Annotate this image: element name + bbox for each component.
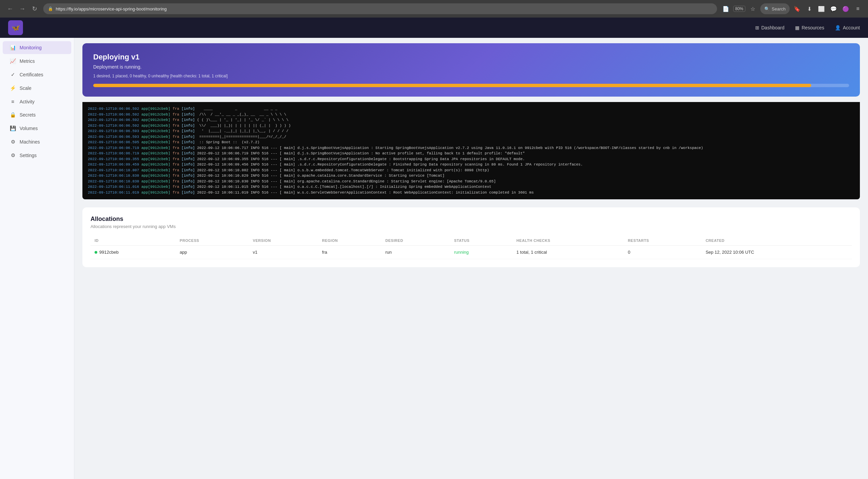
log-console[interactable]: 2022-09-12T10:06:06.592 app[9912cbeb] fr… (82, 102, 860, 199)
status-dot (95, 251, 97, 254)
log-line: 2022-09-12T10:06:10.830 app[9912cbeb] fr… (88, 173, 854, 179)
bookmark-button[interactable]: ☆ (748, 4, 758, 14)
table-row[interactable]: 9912cbebappv1frarunrunning1 total, 1 cri… (91, 246, 852, 259)
allocations-table-header: IDPROCESSVERSIONREGIONDESIREDSTATUSHEALT… (91, 236, 852, 246)
main-content: Deploying v1 Deployment is running. 1 de… (74, 38, 868, 479)
reader-mode-button[interactable]: ⬜ (817, 4, 826, 14)
extensions-button[interactable]: 🟣 (841, 4, 850, 14)
resources-label: Resources (801, 25, 824, 30)
deployment-title: Deploying v1 (93, 53, 849, 61)
table-column-header: DESIRED (381, 236, 450, 246)
sidebar-secrets-label: Secrets (20, 112, 35, 118)
log-line: 2022-09-12T10:06:06.593 app[9912cbeb] fr… (88, 134, 854, 140)
log-line: 2022-09-12T10:06:06.719 app[9912cbeb] fr… (88, 151, 854, 156)
table-column-header: VERSION (249, 236, 318, 246)
sidebar-item-secrets[interactable]: 🔒 Secrets (3, 108, 71, 121)
address-bar[interactable]: 🔒 https://fly.io/apps/microservice-api-s… (43, 3, 717, 14)
allocations-card: Allocations Allocations represent your r… (82, 207, 860, 267)
profile-button[interactable]: 💬 (829, 4, 838, 14)
table-column-header: PROCESS (176, 236, 249, 246)
log-line: 2022-09-12T10:06:06.592 app[9912cbeb] fr… (88, 112, 854, 118)
browser-chrome: ← → ↻ 🔒 https://fly.io/apps/microservice… (0, 0, 868, 18)
app-header: 🦋 ⊞ Dashboard ▦ Resources 👤 Account (0, 18, 868, 38)
sidebar-machines-label: Machines (20, 139, 40, 145)
alloc-created: Sep 12, 2022 10:06 UTC (701, 246, 852, 259)
allocations-table-body: 9912cbebappv1frarunrunning1 total, 1 cri… (91, 246, 852, 259)
table-column-header: HEALTH CHECKS (512, 236, 624, 246)
url-text: https://fly.io/apps/microservice-api-spr… (56, 6, 167, 11)
search-box[interactable]: 🔍 Search (760, 3, 790, 14)
dashboard-icon: ⊞ (755, 25, 759, 30)
sidebar-item-activity[interactable]: ≡ Activity (3, 95, 71, 108)
download-button[interactable]: ⬇ (805, 4, 814, 14)
scale-icon: ⚡ (9, 85, 16, 91)
sidebar-monitoring-label: Monitoring (20, 45, 42, 50)
alloc-version: v1 (249, 246, 318, 259)
pocket-button[interactable]: 🔖 (792, 4, 802, 14)
certificates-icon: ✓ (9, 72, 16, 78)
log-line: 2022-09-12T10:06:06.719 app[9912cbeb] fr… (88, 145, 854, 151)
sidebar: 📊 Monitoring 📈 Metrics ✓ Certificates ⚡ … (0, 38, 74, 479)
alloc-desired: run (381, 246, 450, 259)
log-line: 2022-09-12T10:06:06.595 app[9912cbeb] fr… (88, 140, 854, 145)
browser-actions: 📄 80% ☆ 🔍 Search 🔖 ⬇ ⬜ 💬 🟣 ≡ (721, 3, 863, 14)
sidebar-activity-label: Activity (20, 99, 34, 104)
log-line: 2022-09-12T10:06:09.459 app[9912cbeb] fr… (88, 162, 854, 168)
deployment-card: Deploying v1 Deployment is running. 1 de… (82, 43, 860, 97)
sidebar-item-volumes[interactable]: 💾 Volumes (3, 122, 71, 135)
sidebar-volumes-label: Volumes (20, 126, 38, 131)
reader-view-button[interactable]: 📄 (721, 4, 731, 14)
nav-dashboard[interactable]: ⊞ Dashboard (755, 25, 785, 30)
app-header-nav: ⊞ Dashboard ▦ Resources 👤 Account (755, 25, 860, 30)
alloc-process: app (176, 246, 249, 259)
allocations-description: Allocations represent your running app V… (91, 224, 852, 229)
deployment-progress-fill (93, 84, 811, 87)
sidebar-certificates-label: Certificates (20, 72, 43, 77)
sidebar-scale-label: Scale (20, 85, 31, 91)
lock-icon: 🔒 (48, 6, 53, 11)
search-icon: 🔍 (764, 6, 770, 11)
settings-icon: ⚙ (9, 152, 16, 158)
sidebar-item-scale[interactable]: ⚡ Scale (3, 82, 71, 95)
sidebar-item-metrics[interactable]: 📈 Metrics (3, 55, 71, 68)
forward-button[interactable]: → (18, 4, 27, 14)
log-line: 2022-09-12T10:06:06.593 app[9912cbeb] fr… (88, 128, 854, 134)
log-line: 2022-09-12T10:06:10.807 app[9912cbeb] fr… (88, 168, 854, 173)
table-column-header: CREATED (701, 236, 852, 246)
resources-icon: ▦ (795, 25, 799, 30)
nav-account[interactable]: 👤 Account (835, 25, 860, 30)
allocations-title: Allocations (91, 216, 852, 223)
reload-button[interactable]: ↻ (30, 4, 39, 14)
metrics-icon: 📈 (9, 58, 16, 64)
alloc-region: fra (318, 246, 381, 259)
table-column-header: ID (91, 236, 176, 246)
app-layout: 📊 Monitoring 📈 Metrics ✓ Certificates ⚡ … (0, 38, 868, 479)
zoom-level: 80% (733, 6, 745, 12)
log-line: 2022-09-12T10:06:06.592 app[9912cbeb] fr… (88, 117, 854, 123)
log-line: 2022-09-12T10:06:06.592 app[9912cbeb] fr… (88, 123, 854, 129)
account-icon: 👤 (835, 25, 841, 30)
sidebar-item-settings[interactable]: ⚙ Settings (3, 149, 71, 162)
volumes-icon: 💾 (9, 125, 16, 131)
monitoring-icon: 📊 (9, 45, 16, 51)
back-button[interactable]: ← (5, 4, 15, 14)
sidebar-item-monitoring[interactable]: 📊 Monitoring (3, 41, 71, 54)
log-line: 2022-09-12T10:06:10.830 app[9912cbeb] fr… (88, 179, 854, 184)
log-line: 2022-09-12T10:06:06.592 app[9912cbeb] fr… (88, 106, 854, 112)
account-label: Account (843, 25, 860, 30)
log-line: 2022-09-12T10:06:11.019 app[9912cbeb] fr… (88, 190, 854, 196)
machines-icon: ⚙ (9, 139, 16, 145)
log-line: 2022-09-12T10:06:09.355 app[9912cbeb] fr… (88, 156, 854, 162)
sidebar-item-certificates[interactable]: ✓ Certificates (3, 68, 71, 81)
nav-resources[interactable]: ▦ Resources (795, 25, 824, 30)
alloc-health-checks: 1 total, 1 critical (512, 246, 624, 259)
browser-nav-buttons: ← → ↻ (5, 4, 39, 14)
table-column-header: REGION (318, 236, 381, 246)
deployment-info: 1 desired, 1 placed, 0 healthy, 0 unheal… (93, 74, 849, 78)
menu-button[interactable]: ≡ (853, 4, 863, 14)
allocations-table: IDPROCESSVERSIONREGIONDESIREDSTATUSHEALT… (91, 236, 852, 259)
activity-icon: ≡ (9, 99, 16, 104)
search-label: Search (772, 6, 786, 11)
alloc-restarts: 0 (624, 246, 701, 259)
sidebar-item-machines[interactable]: ⚙ Machines (3, 135, 71, 148)
